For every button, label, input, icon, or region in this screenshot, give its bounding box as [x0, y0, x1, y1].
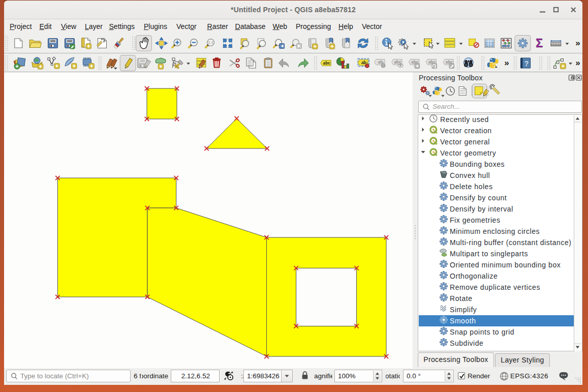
svg-text:»: » — [575, 58, 580, 68]
svg-text:?: ? — [524, 59, 529, 68]
svg-text:ab: ab — [361, 60, 366, 65]
svg-text:1:1: 1:1 — [208, 40, 213, 45]
svg-text:abc: abc — [323, 61, 330, 66]
svg-text:Σ: Σ — [536, 37, 543, 50]
svg-text:»: » — [504, 58, 509, 68]
svg-text:»: » — [575, 38, 580, 48]
